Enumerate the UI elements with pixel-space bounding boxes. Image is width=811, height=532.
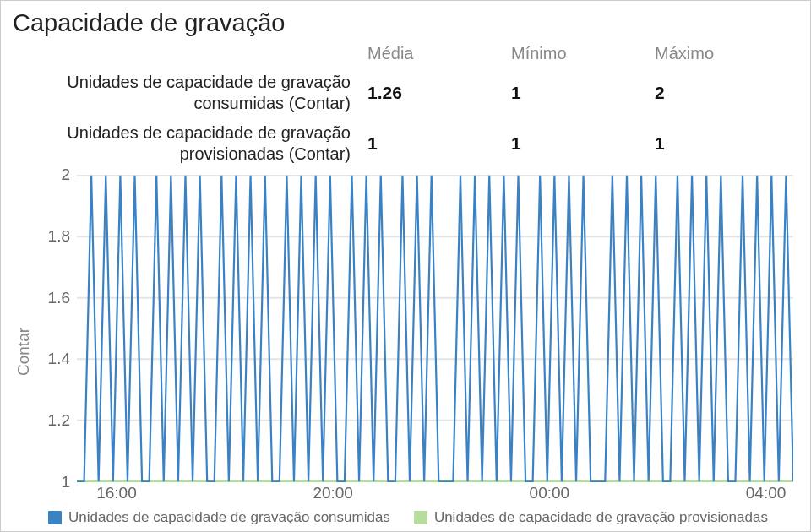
y-tick-label: 2	[61, 166, 70, 184]
stats-value: 2	[655, 72, 798, 114]
y-tick-label: 1.6	[48, 289, 70, 307]
legend-swatch	[48, 511, 62, 524]
card: Capacidade de gravação Média Mínimo Máxi…	[1, 1, 810, 531]
stats-value: 1	[511, 72, 655, 114]
y-tick-label: 1.4	[48, 350, 70, 368]
stats-row-label: Unidades de capacidade de gravação consu…	[30, 72, 367, 114]
stats-value: 1.26	[367, 72, 511, 114]
y-tick-label: 1	[61, 473, 70, 491]
stats-header-minimo: Mínimo	[511, 44, 655, 63]
stats-header-media: Média	[367, 44, 511, 63]
stats-value: 1	[655, 122, 798, 165]
line-chart-svg	[77, 175, 793, 482]
stats-value: 1	[367, 122, 511, 165]
legend-item: Unidades de capacidade de gravação provi…	[414, 509, 768, 526]
stats-value: 1	[511, 122, 655, 165]
legend-label: Unidades de capacidade de gravação consu…	[68, 509, 390, 526]
stats-row-label: Unidades de capacidade de gravação provi…	[30, 122, 367, 165]
legend: Unidades de capacidade de gravação consu…	[35, 508, 798, 528]
stats-table: Média Mínimo Máximo Unidades de capacida…	[30, 44, 798, 165]
x-tick-label: 00:00	[530, 484, 570, 502]
x-tick-label: 16:00	[96, 484, 137, 502]
legend-item: Unidades de capacidade de gravação consu…	[48, 509, 390, 526]
y-axis-label: Contar	[13, 175, 35, 528]
x-tick-label: 04:00	[746, 484, 787, 502]
x-tick-label: 20:00	[313, 484, 353, 502]
y-tick-label: 1.8	[48, 227, 70, 246]
legend-swatch	[414, 511, 427, 524]
legend-label: Unidades de capacidade de gravação provi…	[434, 509, 768, 526]
x-axis: 16:0020:0000:0004:00	[77, 482, 798, 508]
chart-title: Capacidade de gravação	[13, 9, 798, 37]
stats-header-maximo: Máximo	[655, 44, 798, 63]
plot: 11.21.41.61.82	[35, 175, 798, 482]
chart-area: Contar 11.21.41.61.82 16:0020:0000:0004:…	[13, 175, 798, 528]
y-tick-label: 1.2	[48, 411, 70, 430]
